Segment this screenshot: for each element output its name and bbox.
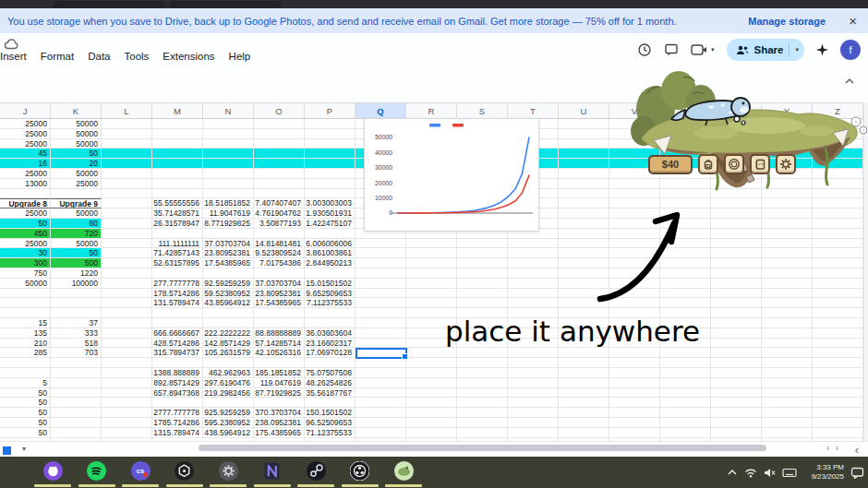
banner-close-icon[interactable]: ×: [849, 14, 857, 28]
cell-O19[interactable]: 17.54385965: [254, 298, 305, 308]
cell-M7[interactable]: [152, 179, 203, 189]
cell-Z24[interactable]: [813, 348, 863, 358]
cell-W29[interactable]: [660, 398, 711, 408]
cell-N26[interactable]: 462.962963: [203, 368, 254, 378]
cell-S15[interactable]: [457, 258, 508, 268]
cell-L8[interactable]: [102, 189, 152, 199]
cell-O11[interactable]: 3.50877193: [254, 219, 305, 229]
cell-O29[interactable]: [254, 398, 305, 408]
cell-X13[interactable]: [711, 239, 762, 249]
cell-Z16[interactable]: [813, 268, 863, 279]
cell-P6[interactable]: [305, 169, 356, 179]
cell-J15[interactable]: 300: [0, 258, 51, 268]
fill-handle[interactable]: [402, 353, 408, 360]
cell-L4[interactable]: [102, 149, 152, 159]
cell-P2[interactable]: [305, 129, 356, 139]
cell-P12[interactable]: [305, 229, 356, 239]
cell-O24[interactable]: 42.10526316: [254, 348, 305, 358]
cell-J17[interactable]: 50000: [0, 279, 51, 289]
cell-O17[interactable]: 37.03703704: [254, 279, 305, 289]
cell-U1[interactable]: [559, 119, 609, 129]
cell-W25[interactable]: [660, 358, 711, 368]
sheet-tab-dropdown-icon[interactable]: ▾: [22, 445, 26, 453]
cell-S16[interactable]: [457, 268, 508, 279]
cell-T19[interactable]: [508, 298, 559, 308]
horizontal-scrollbar[interactable]: [199, 445, 766, 451]
cell-L3[interactable]: [102, 139, 152, 149]
cell-P25[interactable]: [305, 358, 356, 368]
column-header-P[interactable]: P: [305, 103, 356, 118]
cell-X15[interactable]: [711, 258, 762, 268]
cell-K29[interactable]: [51, 398, 102, 408]
cell-K31[interactable]: [51, 418, 102, 428]
cell-Y32[interactable]: [762, 428, 813, 438]
cell-M28[interactable]: 657.8947368: [152, 388, 203, 399]
cell-Z20[interactable]: [813, 308, 863, 318]
cell-T16[interactable]: [508, 268, 559, 279]
cell-O15[interactable]: 7.01754386: [254, 258, 305, 268]
wifi-icon[interactable]: [744, 468, 757, 478]
cell-O2[interactable]: [254, 129, 305, 139]
cell-Y31[interactable]: [762, 418, 813, 428]
cell-K18[interactable]: [51, 289, 102, 299]
cell-L30[interactable]: [102, 408, 152, 418]
cell-X17[interactable]: [711, 279, 762, 289]
cell-P26[interactable]: 75.07507508: [305, 368, 356, 378]
cell-O22[interactable]: 88.88888889: [254, 328, 305, 339]
cell-X9[interactable]: [711, 198, 762, 208]
cell-J16[interactable]: 750: [0, 268, 51, 279]
cell-Q13[interactable]: [356, 239, 406, 249]
cell-L12[interactable]: [102, 229, 152, 239]
cell-L6[interactable]: [102, 169, 152, 179]
cell-R13[interactable]: [406, 239, 457, 249]
cell-W28[interactable]: [660, 388, 711, 399]
cell-K16[interactable]: 1220: [51, 268, 102, 279]
cell-Q31[interactable]: [356, 418, 406, 428]
cell-Q14[interactable]: [356, 248, 406, 258]
cell-U8[interactable]: [559, 189, 609, 199]
cell-J25[interactable]: [0, 358, 51, 368]
cell-Y13[interactable]: [762, 239, 813, 249]
cell-M11[interactable]: 26.31578947: [152, 219, 203, 229]
volume-icon[interactable]: [764, 468, 776, 478]
cell-K4[interactable]: 50: [51, 149, 102, 159]
tray-chevron-up-icon[interactable]: [727, 469, 738, 476]
cell-S30[interactable]: [457, 408, 508, 418]
cell-Z29[interactable]: [813, 398, 863, 408]
cell-M2[interactable]: [152, 129, 203, 139]
cell-P5[interactable]: [305, 159, 356, 169]
column-header-M[interactable]: M: [152, 103, 203, 118]
cell-P11[interactable]: 1.422475107: [305, 219, 356, 229]
side-panel-collapse-icon[interactable]: ‹: [855, 443, 859, 457]
cell-U31[interactable]: [559, 418, 609, 428]
cell-N21[interactable]: [203, 318, 254, 328]
cell-S17[interactable]: [457, 279, 508, 289]
cell-P29[interactable]: [305, 398, 356, 408]
cell-Y24[interactable]: [762, 348, 813, 358]
cell-Z32[interactable]: [813, 428, 863, 438]
cell-L13[interactable]: [102, 239, 152, 249]
cell-J19[interactable]: [0, 298, 51, 308]
cell-R24[interactable]: [406, 348, 457, 358]
column-header-N[interactable]: N: [203, 103, 254, 118]
cell-V26[interactable]: [609, 368, 660, 378]
scroll-right-icon[interactable]: ›: [836, 443, 838, 453]
cell-O13[interactable]: 14.81481481: [254, 239, 305, 249]
cell-K21[interactable]: 37: [51, 318, 102, 328]
cell-K10[interactable]: 50000: [51, 208, 102, 219]
cell-K1[interactable]: 50000: [51, 119, 102, 129]
cell-N9[interactable]: 18.51851852: [203, 198, 254, 208]
cell-L25[interactable]: [102, 358, 152, 368]
cell-O7[interactable]: [254, 179, 305, 189]
cell-X23[interactable]: [711, 339, 762, 349]
taskbar-github-icon[interactable]: [43, 461, 63, 481]
cell-L24[interactable]: [102, 348, 152, 358]
notifications-icon[interactable]: [850, 467, 864, 479]
cell-O27[interactable]: 119.047619: [254, 378, 305, 388]
cell-N13[interactable]: 37.03703704: [203, 239, 254, 249]
cell-N8[interactable]: [203, 189, 254, 199]
cell-O26[interactable]: 185.1851852: [254, 368, 305, 378]
gemini-sparkle-icon[interactable]: [816, 44, 828, 56]
cell-M13[interactable]: 111.1111111: [152, 239, 203, 249]
column-header-S[interactable]: S: [457, 103, 508, 118]
